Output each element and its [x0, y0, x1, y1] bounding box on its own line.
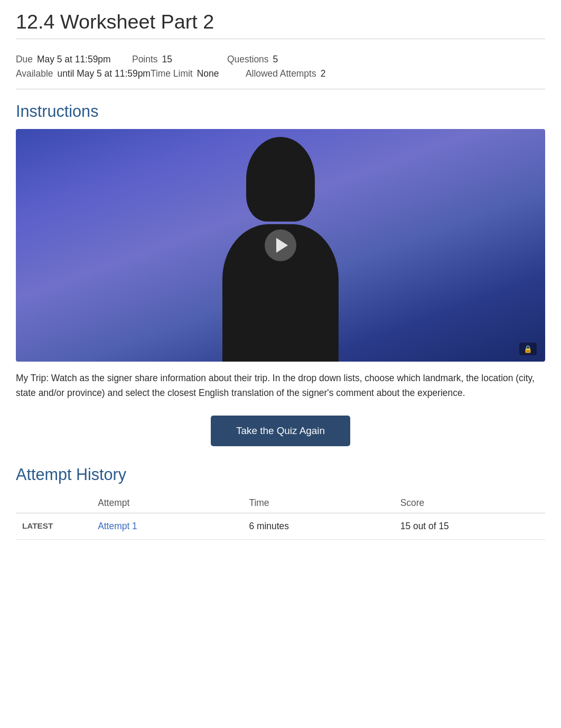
take-quiz-again-button[interactable]: Take the Quiz Again — [211, 416, 350, 446]
meta-section: Due May 5 at 11:59pm Points 15 Questions… — [16, 49, 545, 89]
points-label: Points — [132, 54, 157, 65]
meta-row-2: Available until May 5 at 11:59pm Time Li… — [16, 68, 545, 79]
instructions-title: Instructions — [16, 102, 545, 121]
video-person-hair — [246, 137, 315, 222]
allowed-attempts-value: 2 — [321, 68, 326, 79]
time-limit-item: Time Limit None — [151, 68, 246, 79]
allowed-attempts-item: Allowed Attempts 2 — [246, 68, 362, 79]
instructions-text: My Trip: Watch as the signer share infor… — [16, 371, 545, 401]
page-title: 12.4 Worksheet Part 2 — [16, 11, 545, 39]
due-label: Due — [16, 54, 33, 65]
time-limit-label: Time Limit — [151, 68, 193, 79]
button-container: Take the Quiz Again — [16, 416, 545, 446]
table-header-row: Attempt Time Score — [16, 493, 545, 513]
col-header-1 — [16, 493, 91, 513]
table-body: LATEST Attempt 1 6 minutes 15 out of 15 — [16, 513, 545, 539]
attempt-badge: LATEST — [16, 513, 91, 539]
questions-item: Questions 5 — [227, 54, 343, 65]
attempt-score: 15 out of 15 — [394, 513, 545, 539]
col-header-time: Time — [242, 493, 394, 513]
points-item: Points 15 — [132, 54, 227, 65]
attempt-time: 6 minutes — [242, 513, 394, 539]
allowed-attempts-label: Allowed Attempts — [246, 68, 316, 79]
time-limit-value: None — [197, 68, 219, 79]
available-value: until May 5 at 11:59pm — [57, 68, 150, 79]
col-header-attempt: Attempt — [91, 493, 242, 513]
play-button-icon[interactable] — [265, 229, 296, 261]
video-player[interactable]: 🔒 — [16, 129, 545, 362]
attempt-history-table: Attempt Time Score LATEST Attempt 1 6 mi… — [16, 493, 545, 540]
col-header-score: Score — [394, 493, 545, 513]
points-value: 15 — [162, 54, 172, 65]
video-watermark: 🔒 — [519, 343, 537, 355]
meta-row-1: Due May 5 at 11:59pm Points 15 Questions… — [16, 54, 545, 65]
attempt-history-title: Attempt History — [16, 465, 545, 484]
attempt-1-link[interactable]: Attempt 1 — [98, 521, 137, 531]
questions-value: 5 — [273, 54, 278, 65]
available-item: Available until May 5 at 11:59pm — [16, 68, 151, 79]
available-label: Available — [16, 68, 53, 79]
table-row: LATEST Attempt 1 6 minutes 15 out of 15 — [16, 513, 545, 539]
due-value: May 5 at 11:59pm — [37, 54, 111, 65]
due-item: Due May 5 at 11:59pm — [16, 54, 132, 65]
questions-label: Questions — [227, 54, 269, 65]
table-header: Attempt Time Score — [16, 493, 545, 513]
attempt-link-cell[interactable]: Attempt 1 — [91, 513, 242, 539]
